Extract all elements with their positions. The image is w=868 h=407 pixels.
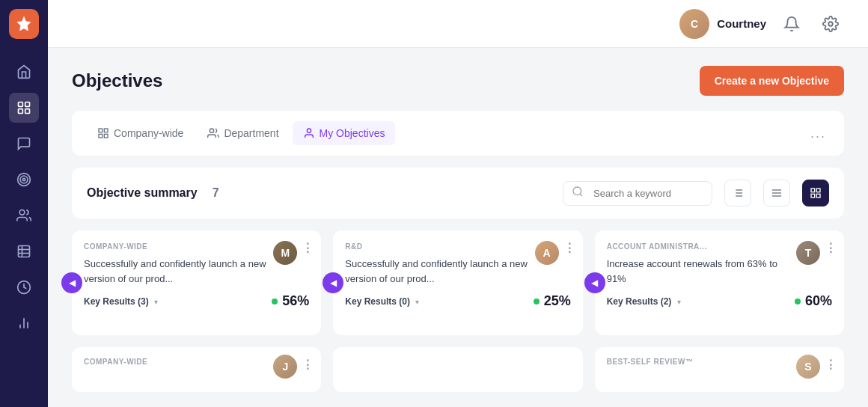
svg-rect-21 <box>104 134 108 138</box>
sidebar-item-reports[interactable] <box>9 236 39 266</box>
notifications-button[interactable] <box>778 10 805 37</box>
svg-line-25 <box>580 194 582 196</box>
card-text-3: Increase account renewals from 63% to 91… <box>607 257 832 286</box>
svg-rect-4 <box>25 109 30 114</box>
key-results-1[interactable]: Key Results (3) ▾ <box>84 296 158 307</box>
card-avatar-4: J <box>273 355 297 379</box>
objectives-grid: COMPANY-WIDE M ⋮ ◀ Successfully and conf… <box>72 230 844 335</box>
tab-my-objectives[interactable]: My Objectives <box>293 121 396 145</box>
svg-point-22 <box>210 129 214 132</box>
svg-point-17 <box>828 22 833 26</box>
avatar: C <box>679 9 709 39</box>
objective-card-3: ACCOUNT ADMINISTRA... T ⋮ ◀ Increase acc… <box>595 230 844 335</box>
svg-rect-18 <box>99 129 103 132</box>
compact-view-button[interactable] <box>763 180 790 206</box>
svg-rect-20 <box>99 134 103 138</box>
card-prev-arrow-1[interactable]: ◀ <box>61 272 82 293</box>
card-prev-arrow-3[interactable]: ◀ <box>584 272 605 293</box>
objective-card-4: COMPANY-WIDE J ⋮ <box>72 347 321 392</box>
progress-value-1: 56% <box>282 293 309 309</box>
chevron-down-icon: ▾ <box>154 298 158 306</box>
search-input[interactable] <box>563 181 712 206</box>
progress-badge-1: 56% <box>272 293 309 309</box>
card-avatar-6: S <box>796 355 820 379</box>
page-content: Objectives Create a new Objective Compan… <box>48 48 868 407</box>
card-footer-2: Key Results (0) ▾ 25% <box>345 293 570 309</box>
svg-point-23 <box>307 129 311 132</box>
sidebar-item-analytics[interactable] <box>9 308 39 338</box>
svg-rect-35 <box>811 189 815 192</box>
search-wrap <box>563 181 712 206</box>
company-wide-icon <box>97 127 109 139</box>
progress-dot-1 <box>272 299 278 305</box>
page-header: Objectives Create a new Objective <box>72 66 844 96</box>
card-text-1: Successfully and confidently launch a ne… <box>84 257 309 286</box>
main-content: C Courtney Objectives Create a new Objec… <box>48 0 868 407</box>
sidebar-item-objectives[interactable] <box>9 93 39 123</box>
svg-rect-3 <box>19 109 23 114</box>
objective-card-1: COMPANY-WIDE M ⋮ ◀ Successfully and conf… <box>72 230 321 335</box>
header: C Courtney <box>48 0 868 48</box>
key-results-2[interactable]: Key Results (0) ▾ <box>345 296 419 307</box>
summary-card: Objective summary 7 <box>72 168 844 218</box>
search-icon <box>572 186 584 201</box>
svg-rect-19 <box>104 129 108 132</box>
card-more-6[interactable]: ⋮ <box>825 358 837 372</box>
sidebar-item-people[interactable] <box>9 201 39 230</box>
tabs-card: Company-wide Department My Objectives <box>72 111 844 156</box>
sidebar-item-home[interactable] <box>9 57 39 87</box>
app-logo[interactable] <box>9 9 39 39</box>
card-avatar-2: A <box>535 241 559 265</box>
create-objective-button[interactable]: Create a new Objective <box>700 66 844 96</box>
card-text-2: Successfully and confidently launch a ne… <box>345 257 570 286</box>
svg-rect-9 <box>19 246 30 257</box>
card-footer-3: Key Results (2) ▾ 60% <box>607 293 832 309</box>
progress-badge-2: 25% <box>534 293 571 309</box>
card-more-1[interactable]: ⋮ <box>302 241 314 255</box>
svg-rect-2 <box>25 102 30 107</box>
card-avatar-3: T <box>796 241 820 265</box>
chevron-down-icon: ▾ <box>415 298 419 306</box>
card-more-2[interactable]: ⋮ <box>563 241 575 255</box>
svg-rect-38 <box>816 194 820 198</box>
progress-badge-3: 60% <box>795 293 832 309</box>
svg-point-0 <box>22 22 26 26</box>
page-title: Objectives <box>72 70 162 91</box>
summary-count: 7 <box>213 186 219 200</box>
card-more-4[interactable]: ⋮ <box>302 358 314 372</box>
sidebar-item-goals[interactable] <box>9 165 39 195</box>
tabs-more-button[interactable]: ... <box>807 123 829 144</box>
sidebar-item-feedback[interactable] <box>9 129 39 159</box>
progress-value-2: 25% <box>544 293 571 309</box>
card-more-3[interactable]: ⋮ <box>825 241 837 255</box>
my-objectives-icon <box>303 127 315 139</box>
svg-rect-37 <box>811 194 815 198</box>
tab-department[interactable]: Department <box>197 121 289 145</box>
list-view-button[interactable] <box>724 180 751 206</box>
department-icon <box>207 127 219 139</box>
svg-rect-1 <box>19 102 23 107</box>
username: Courtney <box>717 17 766 30</box>
svg-point-6 <box>20 176 28 183</box>
chevron-down-icon: ▾ <box>677 298 681 306</box>
svg-rect-36 <box>816 189 820 192</box>
card-footer-1: Key Results (3) ▾ 56% <box>84 293 309 309</box>
sidebar-item-clock[interactable] <box>9 272 39 302</box>
card-prev-arrow-2[interactable]: ◀ <box>323 272 343 293</box>
grid-view-button[interactable] <box>802 180 829 206</box>
progress-dot-3 <box>795 299 801 305</box>
objective-card-5 <box>333 347 582 392</box>
progress-dot-2 <box>534 299 540 305</box>
objectives-grid-row2: COMPANY-WIDE J ⋮ BEST-SELF REVIEW™ S ⋮ <box>72 347 844 392</box>
progress-value-3: 60% <box>805 293 832 309</box>
sidebar <box>0 0 48 407</box>
svg-point-7 <box>22 178 25 180</box>
svg-point-8 <box>19 210 25 215</box>
key-results-3[interactable]: Key Results (2) ▾ <box>607 296 681 307</box>
objective-card-2: R&D A ⋮ ◀ Successfully and confidently l… <box>333 230 582 335</box>
settings-button[interactable] <box>817 10 844 37</box>
summary-title: Objective summary <box>87 186 198 200</box>
user-menu[interactable]: C Courtney <box>679 9 766 39</box>
tab-company-wide[interactable]: Company-wide <box>87 121 194 145</box>
svg-point-24 <box>573 187 581 195</box>
